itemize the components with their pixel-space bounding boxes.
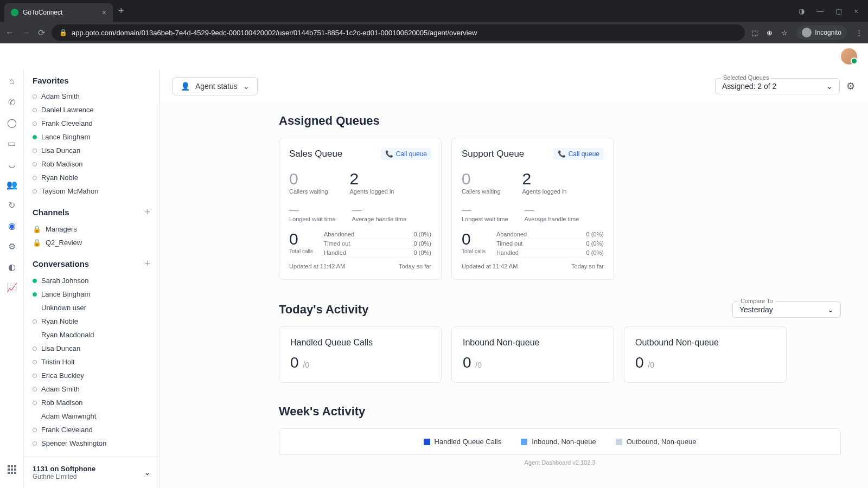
browser-tab[interactable]: GoToConnect × bbox=[4, 3, 113, 22]
maximize-button[interactable]: ▢ bbox=[835, 7, 842, 15]
contacts-icon[interactable]: 👥 bbox=[7, 179, 17, 190]
minimize-button[interactable]: — bbox=[816, 7, 824, 15]
channel-item[interactable]: 🔒Q2_Review bbox=[33, 236, 150, 249]
close-tab-icon[interactable]: × bbox=[102, 8, 106, 17]
conversation-item[interactable]: Tristin Holt bbox=[33, 355, 150, 369]
presence-indicator bbox=[33, 441, 37, 446]
chat-icon[interactable]: ◯ bbox=[7, 117, 17, 128]
softphone-footer[interactable]: 1131 on Softphone Guthrie Limited ⌄ bbox=[24, 457, 159, 488]
today-activity-heading: Today's Activity bbox=[279, 303, 368, 317]
call-queue-button[interactable]: 📞Call queue bbox=[553, 148, 604, 160]
phone-icon[interactable]: ✆ bbox=[7, 97, 17, 107]
presence-indicator bbox=[33, 319, 37, 324]
analytics-icon[interactable]: 📈 bbox=[7, 282, 17, 293]
agent-icon[interactable]: ◉ bbox=[7, 220, 17, 231]
conversation-item[interactable]: Adam Smith bbox=[33, 382, 150, 396]
person-icon: 👤 bbox=[181, 82, 190, 91]
reload-button[interactable]: ⟳ bbox=[38, 28, 45, 38]
url-input[interactable]: 🔒 app.goto.com/domain/013a6beb-7e4d-4529… bbox=[52, 24, 745, 41]
conversation-item[interactable]: Frank Cleveland bbox=[33, 423, 150, 436]
lock-icon: 🔒 bbox=[33, 239, 41, 247]
presence-indicator bbox=[33, 279, 37, 283]
user-avatar[interactable] bbox=[841, 48, 857, 65]
phone-icon: 📞 bbox=[558, 150, 566, 158]
url-text: app.goto.com/domain/013a6beb-7e4d-4529-9… bbox=[72, 29, 477, 37]
presence-indicator bbox=[33, 121, 37, 126]
activity-card: Handled Queue Calls0 /0 bbox=[279, 326, 442, 383]
close-window-button[interactable]: × bbox=[854, 7, 858, 15]
conversation-item[interactable]: Ryan Macdonald bbox=[33, 328, 150, 342]
conversation-item[interactable]: Adam Wainwright bbox=[33, 409, 150, 423]
browser-menu-icon[interactable]: ⋮ bbox=[856, 29, 863, 37]
presence-indicator bbox=[33, 189, 37, 194]
bookmark-icon[interactable]: ☆ bbox=[781, 29, 788, 37]
zoom-icon[interactable]: ⊕ bbox=[767, 29, 773, 37]
agent-status-dropdown[interactable]: 👤 Agent status ⌄ bbox=[173, 77, 258, 95]
tab-favicon bbox=[11, 9, 18, 16]
chevron-down-icon: ⌄ bbox=[144, 468, 150, 477]
favorite-item[interactable]: Adam Smith bbox=[33, 89, 150, 103]
presence-indicator bbox=[33, 414, 37, 419]
conversation-item[interactable]: Unknown user bbox=[33, 301, 150, 314]
presence-indicator bbox=[33, 135, 37, 139]
channels-heading: Channels + bbox=[33, 207, 150, 218]
breakdown-row: Handled0 (0%) bbox=[324, 248, 431, 258]
presence-indicator bbox=[33, 149, 37, 153]
incognito-indicator-icon: ◑ bbox=[799, 7, 805, 15]
nav-rail: ⌂ ✆ ◯ ▭ ◡ 👥 ↻ ◉ ⚙ ◐ 📈 bbox=[0, 69, 24, 488]
legend-item: Outbound, Non-queue bbox=[616, 438, 697, 446]
compare-to-dropdown[interactable]: Compare To Yesterday ⌄ bbox=[732, 301, 841, 318]
legend-swatch bbox=[424, 439, 430, 445]
queue-card: Sales Queue 📞Call queue 0Callers waiting… bbox=[279, 138, 442, 280]
forward-button[interactable]: → bbox=[22, 28, 30, 38]
settings-icon[interactable]: ⚙ bbox=[7, 241, 17, 252]
lock-icon: 🔒 bbox=[59, 29, 67, 36]
call-queue-button[interactable]: 📞Call queue bbox=[381, 148, 431, 160]
apps-grid-icon[interactable] bbox=[7, 464, 17, 475]
conversation-item[interactable]: Lisa Duncan bbox=[33, 342, 150, 355]
back-button[interactable]: ← bbox=[5, 28, 14, 38]
version-text: Agent Dashboard v2.102.3 bbox=[279, 455, 841, 470]
incognito-icon bbox=[802, 28, 812, 37]
assigned-queues-heading: Assigned Queues bbox=[279, 114, 841, 128]
week-activity-heading: Week's Activity bbox=[279, 404, 841, 419]
favorite-item[interactable]: Lisa Duncan bbox=[33, 144, 150, 157]
breakdown-row: Timed out0 (0%) bbox=[324, 239, 431, 248]
add-channel-button[interactable]: + bbox=[144, 207, 150, 218]
favorite-item[interactable]: Lance Bingham bbox=[33, 130, 150, 144]
breakdown-row: Abandoned0 (0%) bbox=[324, 230, 431, 239]
incognito-pill: Incognito bbox=[796, 25, 847, 40]
favorites-heading: Favorites bbox=[33, 76, 150, 85]
favorite-item[interactable]: Frank Cleveland bbox=[33, 117, 150, 130]
breakdown-row: Timed out0 (0%) bbox=[496, 239, 604, 248]
toolbar: 👤 Agent status ⌄ Selected Queues Assigne… bbox=[159, 69, 868, 103]
new-tab-button[interactable]: + bbox=[118, 5, 124, 17]
presence-indicator bbox=[33, 346, 37, 351]
add-conversation-button[interactable]: + bbox=[144, 258, 150, 269]
conversation-item[interactable]: Erica Buckley bbox=[33, 369, 150, 382]
channel-item[interactable]: 🔒Managers bbox=[33, 222, 150, 236]
conversation-item[interactable]: Ryan Noble bbox=[33, 314, 150, 328]
video-icon[interactable]: ▭ bbox=[7, 138, 17, 149]
install-icon[interactable]: ⬚ bbox=[751, 29, 758, 37]
chevron-down-icon: ⌄ bbox=[826, 82, 833, 91]
favorite-item[interactable]: Daniel Lawrence bbox=[33, 103, 150, 117]
conversation-item[interactable]: Lance Bingham bbox=[33, 287, 150, 301]
selected-queues-dropdown[interactable]: Selected Queues Assigned: 2 of 2 ⌄ bbox=[715, 78, 840, 94]
gear-icon[interactable]: ⚙ bbox=[846, 80, 855, 92]
legend-item: Handled Queue Calls bbox=[424, 438, 502, 446]
favorite-item[interactable]: Ryan Noble bbox=[33, 171, 150, 184]
favorite-item[interactable]: Taysom McMahon bbox=[33, 184, 150, 198]
favorite-item[interactable]: Rob Madison bbox=[33, 157, 150, 171]
queue-name: Sales Queue bbox=[289, 149, 342, 159]
activity-card: Inbound Non-queue0 /0 bbox=[451, 326, 614, 383]
history-icon[interactable]: ↻ bbox=[7, 200, 17, 210]
conversation-item[interactable]: Sarah Johnson bbox=[33, 274, 150, 287]
presence-indicator bbox=[33, 162, 37, 166]
dashboard-icon[interactable]: ◐ bbox=[7, 261, 17, 272]
conversation-item[interactable]: Rob Madison bbox=[33, 396, 150, 409]
home-icon[interactable]: ⌂ bbox=[7, 76, 17, 87]
headset-icon[interactable]: ◡ bbox=[7, 158, 17, 169]
phone-icon: 📞 bbox=[385, 150, 393, 158]
conversation-item[interactable]: Spencer Washington bbox=[33, 436, 150, 450]
